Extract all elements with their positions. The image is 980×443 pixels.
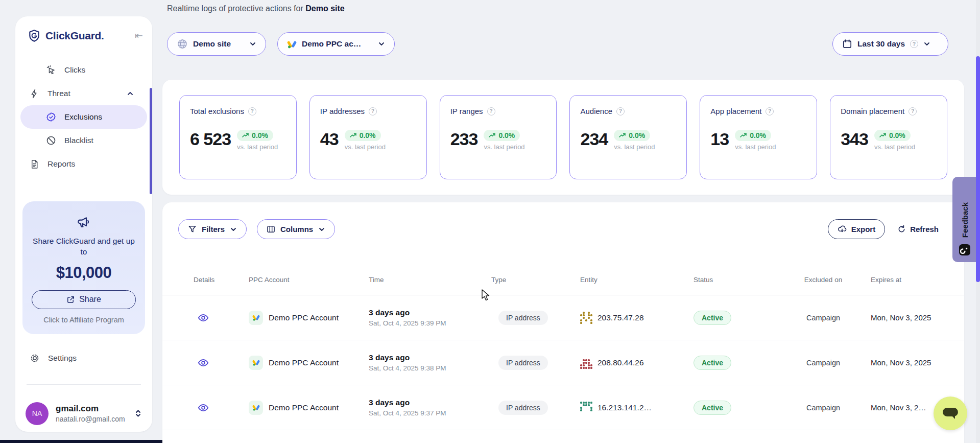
table-row-partial[interactable]: 3 days ago bbox=[162, 430, 964, 443]
stat-value: 43 bbox=[320, 130, 339, 149]
timestamp: Sat, Oct 4, 2025 9:39 PM bbox=[369, 319, 491, 327]
share-button[interactable]: Share bbox=[32, 290, 136, 309]
help-icon[interactable]: ? bbox=[369, 107, 377, 115]
refresh-button[interactable]: Refresh bbox=[897, 225, 939, 234]
feedback-label: Feedback bbox=[961, 202, 969, 238]
view-details-eye-icon[interactable] bbox=[194, 357, 249, 368]
feedback-tab[interactable]: Feedback bbox=[952, 177, 977, 262]
relative-time: 3 days ago bbox=[369, 398, 491, 407]
table-row[interactable]: Demo PPC Account 3 days agoSat, Oct 4, 2… bbox=[162, 340, 964, 385]
type-badge: IP address bbox=[498, 401, 548, 415]
stat-card-domain-placement: Domain placement? 343 0.0% vs. last peri… bbox=[830, 95, 947, 179]
sidebar-item-threat[interactable]: Threat bbox=[20, 82, 147, 105]
entity-value: 208.80.44.26 bbox=[597, 358, 644, 367]
bottom-edge-strip bbox=[0, 440, 162, 443]
chevron-down-icon bbox=[230, 226, 237, 233]
sidebar-item-clicks[interactable]: Clicks bbox=[20, 58, 147, 82]
help-icon[interactable]: ? bbox=[487, 107, 495, 115]
table-row[interactable]: Demo PPC Account 3 days agoSat, Oct 4, 2… bbox=[162, 385, 964, 430]
filters-button[interactable]: Filters bbox=[178, 219, 247, 239]
account-email: naatali.ro@gmail.com bbox=[56, 415, 125, 423]
sidebar-item-reports[interactable]: Reports bbox=[20, 152, 147, 176]
col-excluded-on: Excluded on bbox=[798, 275, 849, 285]
stat-card-ip-addresses: IP addresses? 43 0.0% vs. last period bbox=[309, 95, 427, 179]
ppc-account-name: Demo PPC Account bbox=[269, 403, 339, 412]
brand-name: ClickGuard. bbox=[45, 30, 104, 42]
status-badge: Active bbox=[694, 311, 731, 325]
relative-time: 3 days ago bbox=[369, 353, 491, 362]
avatar: NA bbox=[26, 402, 49, 425]
table-header: Details PPC Account Time Type Entity Sta… bbox=[162, 265, 964, 295]
stats-panel: Total exclusions? 6 523 0.0% vs. last pe… bbox=[162, 80, 964, 195]
view-details-eye-icon[interactable] bbox=[194, 312, 249, 323]
sidebar-item-exclusions[interactable]: Exclusions bbox=[20, 105, 147, 129]
sidebar-item-settings[interactable]: Settings bbox=[20, 346, 147, 370]
help-icon[interactable]: ? bbox=[766, 107, 774, 115]
trend-badge: 0.0% bbox=[874, 130, 911, 141]
export-button[interactable]: Export bbox=[828, 219, 886, 239]
nav-section-indicator bbox=[150, 88, 152, 194]
sidebar-item-label: Threat bbox=[47, 89, 70, 98]
scrollbar-thumb[interactable] bbox=[976, 56, 980, 282]
entity-value: 203.75.47.28 bbox=[597, 313, 644, 322]
trend-up-icon bbox=[489, 133, 496, 138]
help-icon[interactable]: ? bbox=[909, 107, 917, 115]
stat-card-app-placement: App placement? 13 0.0% vs. last period bbox=[700, 95, 817, 179]
chevron-up-down-icon[interactable] bbox=[134, 408, 142, 418]
google-ads-icon bbox=[249, 401, 263, 415]
trend-up-icon bbox=[740, 133, 747, 138]
view-details-eye-icon[interactable] bbox=[194, 402, 249, 413]
expires-at-value: Mon, Nov 3, 2025 bbox=[849, 313, 954, 322]
chat-bubble-icon bbox=[941, 405, 960, 422]
chevron-down-icon bbox=[249, 40, 256, 48]
site-selector[interactable]: Demo site bbox=[167, 32, 266, 56]
columns-icon bbox=[267, 225, 275, 234]
stat-compare: vs. last period bbox=[484, 143, 524, 151]
clickguard-shield-icon bbox=[28, 29, 41, 42]
account-switcher[interactable]: NA gmail.com naatali.ro@gmail.com bbox=[20, 402, 147, 425]
chat-launcher-button[interactable] bbox=[934, 397, 967, 430]
help-icon[interactable]: ? bbox=[248, 107, 256, 115]
help-icon[interactable]: ? bbox=[616, 107, 625, 115]
stat-label: IP addresses bbox=[320, 107, 365, 115]
gear-icon bbox=[30, 353, 40, 363]
sidebar: ClickGuard. ⇤ Clicks Threat bbox=[15, 16, 152, 432]
ppc-account-name: Demo PPC Account bbox=[269, 358, 339, 367]
sidebar-collapse-icon[interactable]: ⇤ bbox=[135, 30, 143, 41]
col-type: Type bbox=[491, 276, 580, 284]
date-range-value: Last 30 days bbox=[857, 39, 905, 49]
page-subtitle: Realtime logs of protective actions for … bbox=[167, 4, 345, 13]
trend-up-icon bbox=[242, 133, 249, 138]
ppc-account-selector[interactable]: Demo PPC ac… bbox=[277, 32, 395, 56]
type-badge: IP address bbox=[498, 356, 548, 370]
stat-compare: vs. last period bbox=[874, 143, 915, 151]
sidebar-item-blacklist[interactable]: Blacklist bbox=[20, 129, 147, 152]
promo-text: Share ClickGuard and get up to bbox=[32, 236, 136, 258]
stat-value: 234 bbox=[580, 130, 608, 149]
google-ads-icon bbox=[287, 39, 297, 49]
affiliate-promo-card[interactable]: Share ClickGuard and get up to $10,000 S… bbox=[22, 201, 145, 334]
trend-up-icon bbox=[619, 133, 626, 138]
badge-check-icon bbox=[46, 112, 56, 122]
stat-compare: vs. last period bbox=[614, 143, 655, 151]
funnel-icon bbox=[188, 225, 197, 234]
stat-card-total-exclusions: Total exclusions? 6 523 0.0% vs. last pe… bbox=[179, 95, 297, 179]
stat-label: Total exclusions bbox=[190, 107, 244, 115]
status-badge: Active bbox=[694, 401, 731, 415]
cursor-click-icon bbox=[46, 65, 56, 75]
type-badge: IP address bbox=[498, 311, 548, 325]
excluded-on-value: Campaign bbox=[798, 314, 849, 322]
stat-compare: vs. last period bbox=[237, 143, 278, 151]
excluded-on-value: Campaign bbox=[798, 359, 849, 367]
trend-badge: 0.0% bbox=[614, 130, 650, 141]
chevron-down-icon bbox=[318, 226, 325, 233]
table-row[interactable]: Demo PPC Account 3 days agoSat, Oct 4, 2… bbox=[162, 295, 964, 340]
sidebar-item-label: Settings bbox=[48, 354, 77, 363]
relative-time: 3 days ago bbox=[369, 308, 491, 317]
exclusions-table-panel: Filters Columns Export Refresh Details P… bbox=[162, 202, 964, 443]
stat-value: 233 bbox=[450, 130, 478, 149]
subtitle-site-name: Demo site bbox=[305, 4, 344, 13]
columns-button[interactable]: Columns bbox=[257, 219, 335, 239]
affiliate-link-text[interactable]: Click to Affiliate Program bbox=[32, 316, 136, 324]
date-range-selector[interactable]: Last 30 days ? bbox=[832, 32, 948, 56]
